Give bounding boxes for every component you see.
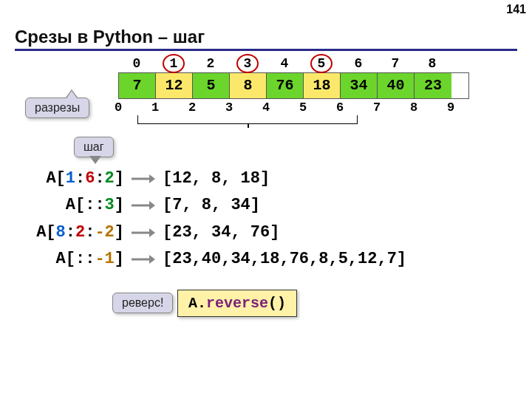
array-cells: 712587618344023 — [118, 72, 469, 99]
example-row: A[::3][7, 8, 34] — [21, 192, 406, 219]
top-index: 5 — [303, 56, 340, 71]
bottom-index: 0 — [100, 100, 137, 115]
page-title: Срезы в Python – шаг — [15, 27, 517, 51]
slice-expression: A[::-1] — [21, 246, 124, 273]
example-row: A[::-1][23,40,34,18,76,8,5,12,7] — [21, 246, 406, 273]
slice-expression: A[1:6:2] — [21, 166, 124, 192]
slice-examples: A[1:6:2][12, 8, 18]A[::3][7, 8, 34]A[8:2… — [21, 166, 406, 273]
bottom-index: 2 — [174, 100, 211, 115]
array-cell: 18 — [304, 73, 341, 98]
slice-result: [7, 8, 34] — [163, 192, 260, 219]
bottom-index: 1 — [137, 100, 174, 115]
example-row: A[1:6:2][12, 8, 18] — [21, 166, 406, 192]
bottom-index: 3 — [211, 100, 248, 115]
callout-step-pointer — [90, 155, 100, 163]
array-cell: 5 — [193, 73, 230, 98]
callout-cuts: разрезы — [25, 98, 89, 118]
top-index: 4 — [266, 56, 303, 71]
array-cell: 76 — [267, 73, 304, 98]
page-number: 141 — [506, 3, 526, 16]
top-index: 6 — [340, 56, 377, 71]
callout-reverse: реверс! — [112, 293, 173, 313]
rev-method: reverse — [206, 295, 268, 312]
bottom-index: 5 — [284, 100, 321, 115]
array-cell: 23 — [415, 73, 451, 98]
array-cell: 12 — [156, 73, 193, 98]
reverse-code-box: A.reverse() — [177, 290, 297, 317]
svg-marker-3 — [149, 201, 155, 210]
arrow-icon — [132, 173, 155, 185]
svg-marker-1 — [149, 174, 155, 183]
top-index: 2 — [192, 56, 229, 71]
top-index: 7 — [377, 56, 414, 71]
array-cell: 7 — [119, 73, 156, 98]
slice-result: [23,40,34,18,76,8,5,12,7] — [163, 246, 406, 273]
bottom-index-row: 0123456789 — [100, 100, 469, 115]
top-index-row: 012345678 — [118, 56, 469, 71]
array-cell: 8 — [230, 73, 267, 98]
svg-marker-5 — [149, 228, 155, 237]
top-index: 1 — [155, 56, 192, 71]
array-cell: 40 — [378, 73, 415, 98]
bottom-index: 4 — [248, 100, 284, 115]
svg-marker-7 — [149, 255, 155, 264]
array-cell: 34 — [341, 73, 378, 98]
top-index: 0 — [118, 56, 155, 71]
slice-result: [23, 34, 76] — [163, 219, 279, 246]
arrow-icon — [132, 253, 155, 265]
slice-expression: A[::3] — [21, 192, 124, 219]
slice-bracket — [137, 115, 358, 124]
top-index: 3 — [229, 56, 266, 71]
rev-paren: () — [268, 295, 286, 312]
example-row: A[8:2:-2][23, 34, 76] — [21, 219, 406, 246]
bottom-index: 8 — [395, 100, 432, 115]
bottom-index: 9 — [432, 100, 469, 115]
arrow-icon — [132, 200, 155, 211]
rev-dot: . — [197, 295, 206, 312]
bottom-index: 7 — [358, 100, 395, 115]
callout-step: шаг — [74, 137, 114, 157]
array-diagram: 012345678 712587618344023 0123456789 — [118, 56, 469, 115]
top-index: 8 — [414, 56, 451, 71]
slice-result: [12, 8, 18] — [163, 166, 270, 192]
slice-expression: A[8:2:-2] — [21, 219, 124, 246]
bottom-index: 6 — [321, 100, 358, 115]
callout-cuts-pointer — [66, 91, 77, 98]
rev-obj: A — [188, 295, 197, 312]
arrow-icon — [132, 227, 155, 239]
